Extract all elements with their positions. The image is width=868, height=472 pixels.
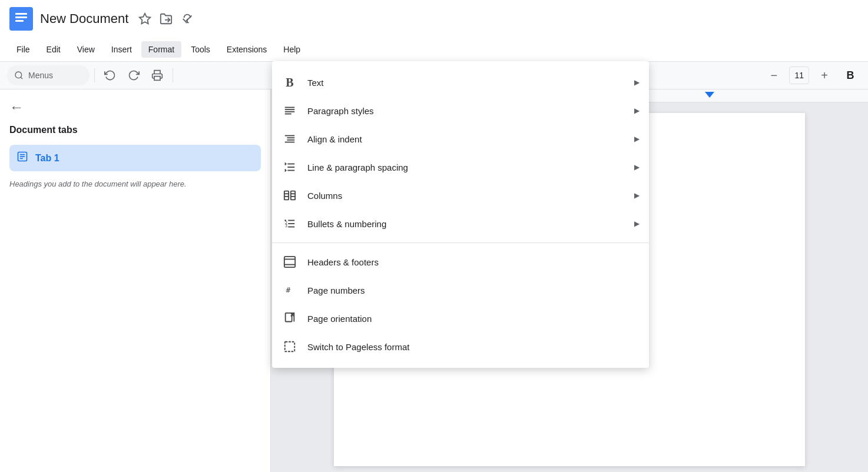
svg-text:#: # (286, 285, 291, 294)
line-spacing-icon (281, 159, 298, 175)
menu-edit[interactable]: Edit (39, 41, 68, 58)
svg-rect-0 (9, 7, 33, 31)
switch-pageless-icon (281, 338, 298, 355)
svg-rect-1 (15, 13, 27, 15)
font-size-down-button[interactable]: − (763, 65, 784, 86)
menu-bar: File Edit View Insert Format Tools Exten… (0, 38, 868, 61)
bullets-icon: 2. 3. (281, 215, 298, 232)
format-text-label: Text (307, 78, 625, 88)
folder-move-icon[interactable] (159, 12, 173, 26)
undo-button[interactable] (100, 65, 121, 86)
print-icon (151, 69, 163, 81)
doc-title: New Document (40, 11, 128, 26)
menu-view[interactable]: View (70, 41, 102, 58)
format-dropdown: B Text ▶ Paragraph styles ▶ (272, 61, 649, 368)
columns-label: Columns (307, 191, 625, 201)
svg-rect-8 (154, 77, 160, 81)
svg-rect-24 (284, 191, 289, 200)
headers-label: Headers & footers (307, 257, 640, 267)
columns-icon (281, 187, 298, 204)
headers-icon (281, 254, 298, 270)
ruler-marker (705, 92, 714, 98)
page-orientation-label: Page orientation (307, 314, 640, 324)
columns-arrow: ▶ (634, 191, 640, 200)
sidebar-title: Document tabs (9, 125, 261, 135)
title-bar: New Document (0, 0, 868, 38)
bold-button[interactable]: B (840, 65, 861, 86)
switch-pageless-label: Switch to Pageless format (307, 342, 640, 352)
format-page-numbers-item[interactable]: # Page numbers (272, 276, 649, 304)
format-page-orientation-item[interactable]: Page orientation (272, 304, 649, 333)
menu-format[interactable]: Format (141, 41, 181, 58)
menu-help[interactable]: Help (276, 41, 307, 58)
cloud-save-icon[interactable] (180, 12, 194, 26)
align-indent-arrow: ▶ (634, 135, 640, 143)
page-numbers-label: Page numbers (307, 285, 640, 295)
page-numbers-icon: # (281, 282, 298, 298)
redo-icon (128, 69, 140, 81)
redo-button[interactable] (123, 65, 144, 86)
svg-rect-2 (15, 16, 27, 18)
title-icons (138, 12, 194, 26)
tab1-item[interactable]: Tab 1 (9, 145, 261, 171)
toolbar-divider-1 (94, 68, 95, 82)
svg-line-7 (21, 77, 22, 79)
format-text-item[interactable]: B Text ▶ (272, 68, 649, 97)
star-icon[interactable] (138, 12, 152, 26)
svg-point-6 (15, 72, 22, 78)
menu-insert[interactable]: Insert (104, 41, 139, 58)
format-columns-item[interactable]: Columns ▶ (272, 181, 649, 210)
format-bullets-item[interactable]: 2. 3. Bullets & numbering ▶ (272, 210, 649, 238)
align-indent-label: Align & indent (307, 134, 625, 144)
format-headers-item[interactable]: Headers & footers (272, 248, 649, 276)
format-line-spacing-item[interactable]: Line & paragraph spacing ▶ (272, 153, 649, 181)
paragraph-styles-arrow: ▶ (634, 107, 640, 115)
menu-extensions[interactable]: Extensions (220, 41, 274, 58)
format-align-indent-item[interactable]: Align & indent ▶ (272, 125, 649, 153)
toolbar-divider-2 (173, 68, 173, 82)
format-switch-pageless-item[interactable]: Switch to Pageless format (272, 333, 649, 361)
paragraph-styles-label: Paragraph styles (307, 106, 625, 116)
font-size-input[interactable]: 11 (789, 67, 809, 84)
menu-tools[interactable]: Tools (184, 41, 217, 58)
text-submenu-arrow: ▶ (634, 78, 640, 87)
align-indent-icon (281, 131, 298, 147)
svg-rect-43 (285, 342, 295, 352)
tab1-label: Tab 1 (35, 153, 59, 164)
format-section-2: Headers & footers # Page numbers Page (272, 242, 649, 363)
tab1-icon (16, 151, 28, 165)
app-icon (9, 7, 33, 31)
page-orientation-icon (281, 310, 298, 327)
back-button[interactable]: ← (9, 99, 261, 115)
search-box[interactable]: Menus (7, 65, 90, 85)
search-label: Menus (28, 71, 53, 80)
print-button[interactable] (147, 65, 168, 86)
font-size-up-button[interactable]: + (814, 65, 835, 86)
sidebar-hint: Headings you add to the document will ap… (9, 178, 261, 190)
svg-text:3.: 3. (285, 223, 290, 228)
format-paragraph-styles-item[interactable]: Paragraph styles ▶ (272, 97, 649, 125)
bullets-label: Bullets & numbering (307, 219, 625, 229)
svg-rect-36 (284, 257, 295, 267)
svg-marker-4 (140, 14, 150, 24)
svg-rect-40 (286, 313, 292, 322)
line-spacing-arrow: ▶ (634, 163, 640, 171)
text-bold-icon: B (281, 74, 298, 91)
svg-rect-25 (291, 191, 295, 200)
sidebar: ← Document tabs Tab 1 Headings you add t… (0, 89, 271, 472)
svg-rect-3 (15, 20, 24, 22)
search-icon (14, 71, 24, 80)
line-spacing-label: Line & paragraph spacing (307, 162, 625, 172)
format-section-1: B Text ▶ Paragraph styles ▶ (272, 66, 649, 240)
bullets-arrow: ▶ (634, 220, 640, 228)
paragraph-styles-icon (281, 102, 298, 119)
undo-icon (104, 69, 116, 81)
menu-file[interactable]: File (9, 41, 37, 58)
